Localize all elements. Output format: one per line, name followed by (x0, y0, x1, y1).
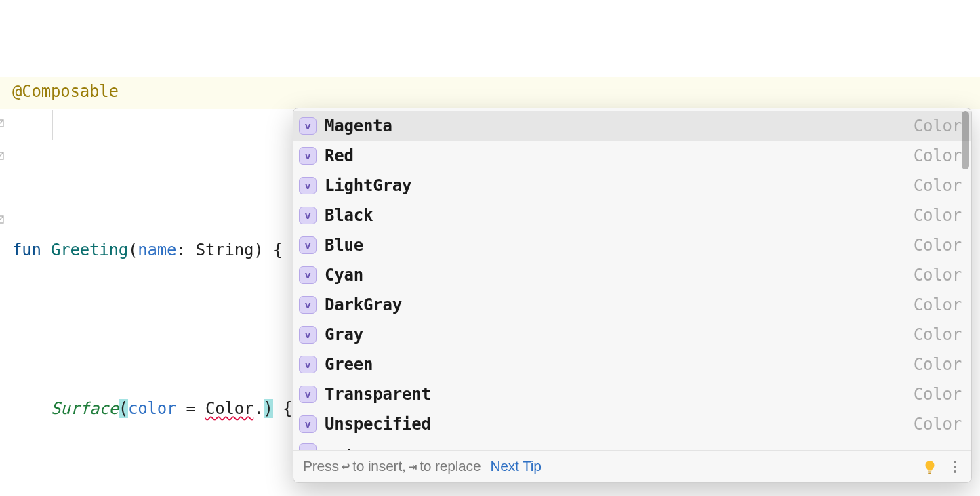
completion-item[interactable]: vGrayColor (293, 320, 971, 350)
completion-item-type: Color (914, 230, 962, 262)
completion-item[interactable]: vRedColor (293, 141, 971, 171)
completion-item-name: Black (325, 200, 914, 232)
value-kind-icon: v (299, 236, 317, 254)
completion-item[interactable]: vLightGrayColor (293, 171, 971, 201)
code-line: @Composable (12, 76, 980, 108)
completion-item-name: Transparent (325, 379, 914, 411)
keyword-token: fun (12, 241, 41, 260)
value-kind-icon: v (299, 326, 317, 344)
completion-popup: vMagentaColorvRedColorvLightGrayColorvBl… (293, 108, 972, 483)
type-token: String (196, 241, 254, 260)
completion-item[interactable]: vBlueColor (293, 230, 971, 260)
completion-item[interactable]: vDarkGrayColor (293, 290, 971, 320)
completion-item[interactable]: vMagentaColor (293, 111, 971, 141)
completion-item-type: Color (914, 110, 962, 142)
completion-item[interactable]: vCyanColor (293, 260, 971, 290)
completion-item-type: Color (914, 319, 962, 351)
next-tip-link[interactable]: Next Tip (490, 453, 541, 480)
completion-item[interactable]: vBlackColor (293, 201, 971, 230)
scrollbar[interactable] (960, 110, 970, 449)
value-kind-icon: v (299, 266, 317, 284)
completion-list[interactable]: vMagentaColorvRedColorvLightGrayColorvBl… (293, 108, 971, 450)
completion-item-name: Gray (325, 319, 914, 351)
gutter-implemented-icon[interactable] (0, 54, 5, 65)
completion-item-name: Unspecified (325, 409, 914, 440)
matched-paren: ) (264, 399, 273, 418)
svg-rect-0 (928, 471, 932, 472)
completion-footer: Press ↩ to insert, ⇥ to replace Next Tip (293, 450, 971, 482)
value-kind-icon: v (299, 177, 317, 194)
completion-item-name: Red (325, 140, 914, 172)
value-kind-icon: v (299, 207, 317, 224)
parameter-token: name (138, 241, 176, 260)
completion-item-name: Cyan (325, 260, 914, 291)
footer-hint: Press ↩ to insert, ⇥ to replace (303, 453, 481, 480)
completion-item-type: Color (914, 349, 962, 381)
error-token: Color (205, 399, 253, 418)
named-arg-token: color (128, 399, 176, 418)
value-kind-icon: v (299, 443, 317, 450)
enter-key-icon: ↩ (342, 453, 350, 480)
value-kind-icon: v (299, 415, 317, 433)
completion-item-type: Color (914, 140, 962, 172)
value-kind-icon: v (299, 356, 317, 373)
gutter-implemented-icon[interactable] (0, 150, 5, 161)
value-kind-icon: v (299, 117, 317, 135)
gutter-implemented-icon[interactable] (0, 87, 5, 98)
tab-key-icon: ⇥ (409, 453, 417, 480)
completion-item-name: Magenta (325, 110, 914, 142)
completion-item-name: Green (325, 349, 914, 381)
more-options-icon[interactable] (948, 461, 962, 473)
matched-paren: ( (119, 399, 128, 418)
completion-item-name: LightGray (325, 170, 914, 202)
completion-item-name: White (325, 442, 914, 450)
function-name-token: Greeting (51, 241, 128, 260)
completion-item[interactable]: vTransparentColor (293, 379, 971, 409)
value-kind-icon: v (299, 147, 317, 165)
completion-item-type: Color (914, 409, 962, 440)
completion-item-type: Color (914, 289, 962, 321)
completion-item-name: DarkGray (325, 289, 914, 321)
completion-item-type: Color (914, 442, 962, 450)
intention-bulb-icon[interactable] (921, 458, 939, 476)
completion-item[interactable]: vUnspecifiedColor (293, 409, 971, 439)
completion-item-type: Color (914, 379, 962, 411)
value-kind-icon: v (299, 386, 317, 403)
completion-item-type: Color (914, 200, 962, 232)
completion-item-type: Color (914, 170, 962, 202)
value-kind-icon: v (299, 296, 317, 314)
completion-item[interactable]: vGreenColor (293, 350, 971, 379)
svg-rect-1 (928, 472, 931, 474)
call-token: Surface (51, 399, 119, 418)
completion-item[interactable]: vWhiteColor (293, 439, 971, 450)
completion-item-type: Color (914, 260, 962, 291)
completion-item-name: Blue (325, 230, 914, 262)
scrollbar-thumb[interactable] (962, 111, 969, 169)
